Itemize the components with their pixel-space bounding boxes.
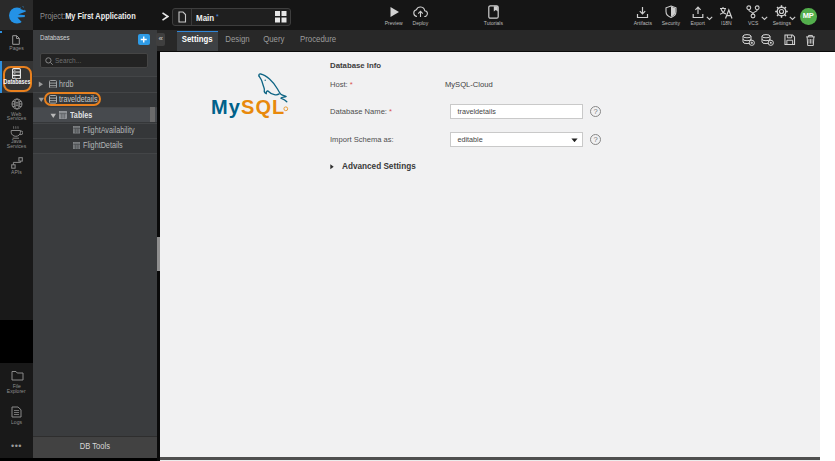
svg-text:MySQL: MySQL xyxy=(211,96,285,118)
